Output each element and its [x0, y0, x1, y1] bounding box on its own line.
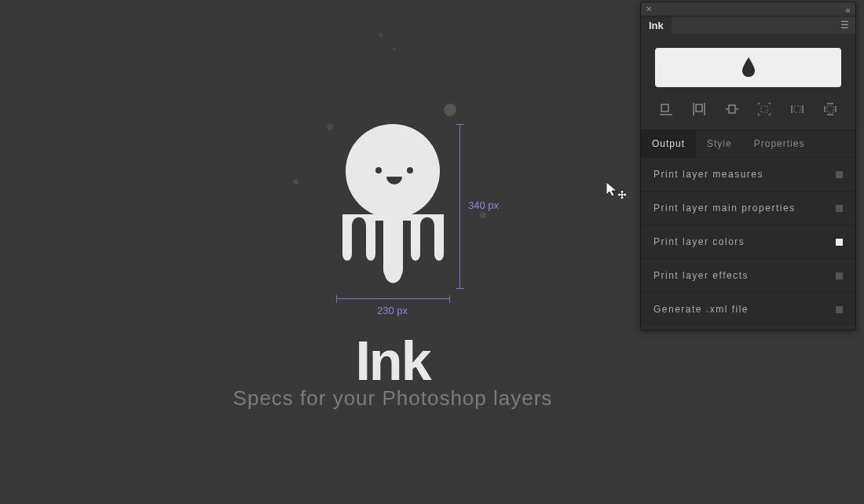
artwork-subtitle: Specs for your Photoshop layers	[0, 386, 785, 411]
decor-dot	[293, 179, 298, 184]
menu-icon[interactable]: ☰	[840, 20, 849, 31]
align-sides-v-icon[interactable]	[791, 103, 804, 115]
panel-titlebar[interactable]: ✕ «	[641, 2, 855, 16]
octopus-tentacles	[336, 199, 450, 293]
checkbox-icon[interactable]	[836, 239, 843, 246]
panel-tab-strip: Ink ☰	[641, 16, 855, 34]
ink-drop-icon	[741, 57, 756, 78]
decor-dot	[379, 33, 383, 37]
checkbox-icon[interactable]	[836, 272, 843, 279]
svg-rect-12	[827, 106, 833, 112]
measure-label-height: 340 px	[468, 199, 499, 211]
checkbox-icon[interactable]	[836, 205, 843, 212]
align-all-sides-icon[interactable]	[824, 103, 837, 115]
align-corners-icon[interactable]	[758, 103, 771, 115]
decor-dot	[480, 212, 486, 218]
svg-rect-8	[761, 106, 767, 112]
option-generate-xml[interactable]: Generate .xml file	[641, 293, 855, 326]
alignment-toolbar	[641, 100, 855, 130]
octopus-eye-right	[407, 167, 413, 173]
decor-dot	[393, 48, 396, 51]
option-label: Print layer main properties	[653, 203, 796, 214]
option-label: Print layer colors	[653, 236, 745, 247]
octopus-logo	[336, 124, 450, 289]
svg-rect-5	[729, 105, 735, 113]
decor-dot	[327, 124, 333, 130]
checkbox-icon[interactable]	[836, 171, 843, 178]
option-label: Print layer measures	[653, 169, 763, 180]
octopus-eye-left	[375, 167, 382, 173]
option-label: Generate .xml file	[653, 304, 749, 315]
option-print-measures[interactable]: Print layer measures	[641, 158, 855, 192]
tab-style[interactable]: Style	[696, 130, 743, 157]
collapse-icon[interactable]: «	[845, 5, 851, 16]
option-label: Print layer effects	[653, 270, 749, 281]
run-ink-button[interactable]	[655, 48, 841, 87]
align-left-bottom-icon[interactable]	[660, 103, 672, 115]
option-print-effects[interactable]: Print layer effects	[641, 259, 855, 293]
close-icon[interactable]: ✕	[646, 5, 652, 13]
section-tabs: Output Style Properties	[641, 130, 855, 158]
measure-label-width: 230 px	[377, 305, 408, 316]
decor-dot	[444, 104, 456, 116]
octopus-mouth	[386, 177, 402, 184]
align-left-right-icon[interactable]	[693, 103, 705, 115]
option-print-main-properties[interactable]: Print layer main properties	[641, 192, 855, 225]
svg-rect-2	[696, 104, 702, 111]
svg-rect-0	[661, 104, 668, 111]
panel-body: Output Style Properties Print layer meas…	[641, 48, 855, 330]
output-options: Print layer measures Print layer main pr…	[641, 158, 855, 326]
tab-output[interactable]: Output	[641, 130, 696, 157]
checkbox-icon[interactable]	[836, 306, 843, 313]
panel-tab-ink[interactable]: Ink	[641, 16, 672, 35]
option-print-colors[interactable]: Print layer colors	[641, 225, 855, 259]
canvas-area[interactable]: 340 px 230 px Ink Specs for your Photosh…	[0, 0, 640, 504]
measure-guide-vertical	[459, 124, 460, 289]
svg-rect-9	[794, 106, 800, 112]
measure-guide-horizontal	[336, 298, 450, 299]
artwork-title: Ink	[0, 330, 785, 393]
ink-panel: ✕ « Ink ☰	[640, 2, 856, 331]
tab-properties[interactable]: Properties	[743, 130, 816, 157]
align-center-h-icon[interactable]	[726, 103, 738, 115]
